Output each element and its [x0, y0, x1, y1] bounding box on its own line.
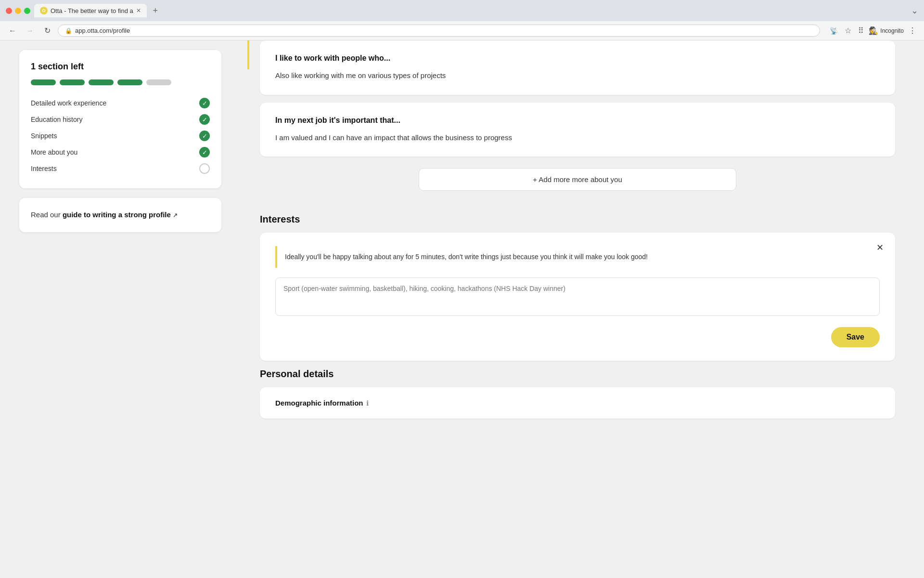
pill-4 — [117, 79, 142, 85]
traffic-lights — [6, 8, 30, 14]
interests-card: ✕ Ideally you'll be happy talking about … — [260, 233, 895, 361]
pill-5 — [146, 79, 171, 85]
pill-2 — [60, 79, 85, 85]
interests-section-title: Interests — [260, 214, 895, 225]
scroll-indicator — [247, 40, 249, 69]
work-people-answer: Also like working with me on various typ… — [275, 70, 880, 81]
maximize-window-button[interactable] — [24, 8, 30, 14]
browser-menu-icon[interactable]: ⠿ — [856, 24, 866, 37]
bookmark-icon[interactable]: ☆ — [843, 24, 853, 37]
back-button[interactable]: ← — [6, 24, 19, 38]
guide-link-text: guide to writing a strong profile — [63, 210, 171, 219]
nav-bar: ← → ↻ 🔒 app.otta.com/profile 📡 ☆ ⠿ 🕵 Inc… — [0, 21, 924, 40]
page-content: 1 section left Detailed work experience … — [0, 40, 924, 578]
add-more-button[interactable]: + Add more more about you — [419, 168, 736, 191]
pill-3 — [89, 79, 114, 85]
lock-icon: 🔒 — [65, 27, 72, 34]
nav-actions: 📡 ☆ ⠿ 🕵 Incognito ⋮ — [828, 24, 918, 37]
demographic-card: Demographic information ℹ — [260, 387, 895, 419]
work-people-card: I like to work with people who... Also l… — [260, 40, 895, 95]
checklist-item-4: More about you ✓ — [31, 144, 210, 160]
demographic-info-icon: ℹ — [366, 399, 369, 407]
interests-warning-text: Ideally you'll be happy talking about an… — [285, 253, 648, 261]
tab-favicon: O — [40, 7, 48, 14]
minimize-window-button[interactable] — [15, 8, 21, 14]
progress-pills — [31, 79, 210, 85]
guide-card: Read our guide to writing a strong profi… — [19, 198, 221, 232]
check-icon-2: ✓ — [199, 114, 210, 125]
checklist-item-2: Education history ✓ — [31, 111, 210, 128]
check-icon-5 — [199, 163, 210, 174]
tab-title: Otta - The better way to find a — [51, 7, 133, 14]
checklist-item-1: Detailed work experience ✓ — [31, 95, 210, 111]
checklist-item-3: Snippets ✓ — [31, 128, 210, 144]
work-people-question: I like to work with people who... — [275, 54, 880, 63]
checklist-label-4: More about you — [31, 148, 77, 156]
interests-input[interactable] — [275, 277, 880, 316]
checklist-label-2: Education history — [31, 116, 82, 123]
more-options-icon[interactable]: ⋮ — [907, 24, 918, 37]
next-job-card: In my next job it's important that... I … — [260, 103, 895, 157]
personal-details-title: Personal details — [260, 368, 895, 380]
new-tab-button[interactable]: + — [149, 4, 162, 17]
save-button[interactable]: Save — [831, 327, 880, 347]
active-tab[interactable]: O Otta - The better way to find a ✕ — [34, 4, 147, 17]
external-link-icon: ↗ — [173, 211, 178, 220]
tab-list-button[interactable]: ⌄ — [911, 5, 918, 16]
tab-bar: O Otta - The better way to find a ✕ + — [34, 4, 907, 17]
pill-1 — [31, 79, 56, 85]
incognito-label: Incognito — [880, 27, 904, 34]
main-content: I like to work with people who... Also l… — [241, 40, 924, 578]
tab-close-button[interactable]: ✕ — [136, 7, 141, 14]
browser-chrome: O Otta - The better way to find a ✕ + ⌄ … — [0, 0, 924, 40]
guide-link[interactable]: guide to writing a strong profile ↗ — [63, 210, 178, 219]
close-interests-button[interactable]: ✕ — [876, 242, 884, 253]
demographic-label: Demographic information — [275, 399, 363, 407]
check-icon-1: ✓ — [199, 98, 210, 108]
guide-prefix: Read our — [31, 210, 63, 219]
progress-title: 1 section left — [31, 62, 210, 72]
titlebar: O Otta - The better way to find a ✕ + ⌄ — [0, 0, 924, 21]
check-icon-4: ✓ — [199, 147, 210, 158]
checklist-item-5: Interests — [31, 160, 210, 177]
save-row: Save — [275, 327, 880, 347]
checklist-label-3: Snippets — [31, 132, 57, 140]
reload-button[interactable]: ↻ — [40, 24, 54, 38]
forward-button[interactable]: → — [23, 24, 37, 38]
address-bar[interactable]: 🔒 app.otta.com/profile — [58, 25, 820, 37]
next-job-answer: I am valued and I can have an impact tha… — [275, 132, 880, 144]
incognito-badge: 🕵 Incognito — [869, 26, 904, 35]
next-job-question: In my next job it's important that... — [275, 116, 880, 125]
interests-warning-box: Ideally you'll be happy talking about an… — [275, 246, 880, 268]
check-icon-3: ✓ — [199, 131, 210, 141]
add-more-label: + Add more more about you — [533, 175, 622, 184]
progress-card: 1 section left Detailed work experience … — [19, 50, 221, 188]
checklist-label-5: Interests — [31, 165, 57, 172]
cast-icon[interactable]: 📡 — [828, 25, 840, 37]
sidebar: 1 section left Detailed work experience … — [0, 40, 241, 578]
checklist-label-1: Detailed work experience — [31, 99, 106, 107]
url-text: app.otta.com/profile — [75, 27, 130, 34]
close-window-button[interactable] — [6, 8, 12, 14]
